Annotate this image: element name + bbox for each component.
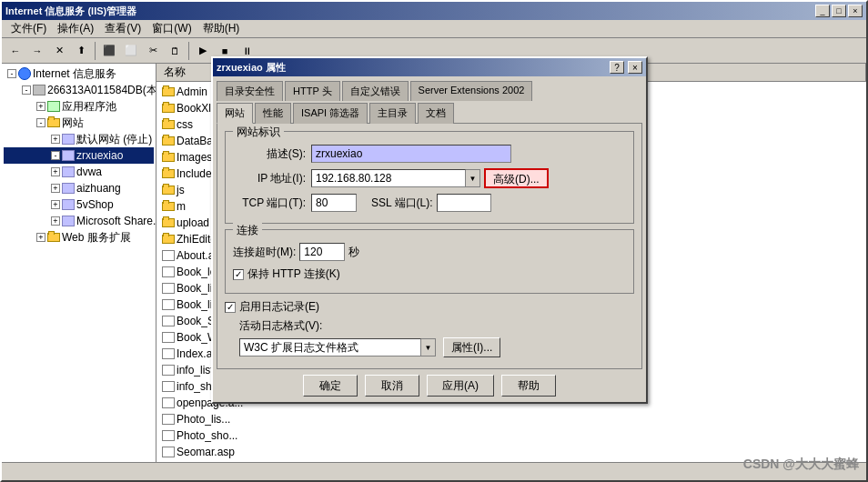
tree-label-webext: Web 服务扩展 [62,230,131,246]
main-window: Internet 信息服务 (IIS)管理器 _ □ × 文件(F) 操作(A)… [0,0,868,482]
help-button2[interactable]: 帮助 [501,375,556,397]
dialog-title-text: zrxuexiao 属性 [217,61,286,75]
timeout-label: 连接超时(M): [233,245,296,260]
expand-dvwa[interactable]: + [51,167,60,176]
tree-label-zrxuexiao: zrxuexiao [76,149,123,162]
tree-label-default-site: 默认网站 (停止) [76,132,152,147]
pool-icon [47,101,60,112]
file-icon-openpage [162,397,175,408]
minimize-button[interactable]: _ [815,5,830,17]
log-format-group: 活动日志格式(V): ▼ 属性(I)... [239,318,634,357]
ssl-input[interactable] [437,194,491,212]
tree-label-root: Internet 信息服务 [33,66,116,82]
expand-pool[interactable]: + [36,102,45,111]
menu-action[interactable]: 操作(A) [52,19,99,38]
toolbar-delete[interactable]: ✂ [143,41,163,61]
ok-button[interactable]: 确定 [303,375,358,397]
website-id-section: 网站标识 描述(S): IP 地址(I): ▼ 高级(D)... [225,131,634,224]
toolbar-sep-2 [188,42,189,60]
menu-window[interactable]: 窗口(W) [146,19,197,38]
tab-home-dir[interactable]: 主目录 [369,103,416,124]
tree-item-web-ext[interactable]: + Web 服务扩展 [4,229,154,246]
expand-5vshop[interactable]: + [51,200,60,209]
connection-section: 连接 连接超时(M): 秒 保持 HTTP 连接(K) [225,229,634,294]
expand-webext[interactable]: + [36,233,45,242]
ip-input[interactable] [311,169,466,187]
cancel-button[interactable]: 取消 [365,375,419,397]
toolbar-back[interactable]: ← [5,41,25,61]
timeout-input[interactable] [299,243,345,261]
close-button[interactable]: × [848,5,863,17]
folder-icon-bookxls [162,104,175,113]
tree-label-pool: 应用程序池 [62,99,116,115]
expand-sites[interactable]: - [36,118,45,127]
file-icon-photolist [162,414,175,425]
ip-dropdown-arrow[interactable]: ▼ [466,169,480,187]
menu-file[interactable]: 文件(F) [5,19,52,38]
tab-isapi[interactable]: ISAPI 筛选器 [293,103,368,124]
tab-directory-security[interactable]: 目录安全性 [217,81,283,101]
expand-aizhuang[interactable]: + [51,184,60,193]
log-enable-label: 启用日志记录(E) [239,299,319,315]
file-icon-bookwrite [162,332,175,343]
log-format-input[interactable] [239,338,421,356]
description-input[interactable] [311,145,511,163]
log-format-arrow[interactable]: ▼ [421,338,436,356]
tree-item-root[interactable]: - Internet 信息服务 [4,65,154,82]
log-enable-checkbox[interactable] [225,302,236,313]
tree-item-dvwa[interactable]: + dvwa [4,164,154,180]
toolbar-sep-1 [95,42,96,60]
window-title: Internet 信息服务 (IIS)管理器 [5,5,136,18]
apply-button[interactable]: 应用(A) [427,375,494,397]
toolbar-up[interactable]: ⬆ [71,41,91,61]
dialog-title-buttons: ? × [610,61,642,74]
maximize-button[interactable]: □ [832,5,846,17]
connection-label: 连接 [233,223,262,238]
5vshop-icon [62,199,75,210]
keep-alive-checkbox[interactable] [233,269,244,280]
title-bar: Internet 信息服务 (IIS)管理器 _ □ × [2,2,866,20]
tab-server-extensions[interactable]: Server Extensions 2002 [410,81,533,101]
aizhuang-icon [62,183,75,194]
tree-item-aizhuang[interactable]: + aizhuang [4,180,154,196]
tree-item-zrxuexiao[interactable]: - zrxuexiao [4,147,154,164]
description-group: 描述(S): [233,145,626,163]
tab-custom-errors[interactable]: 自定义错误 [342,81,409,101]
tab-docs[interactable]: 文档 [418,103,454,124]
expand-zrxuexiao[interactable]: - [51,151,60,160]
advanced-button[interactable]: 高级(D)... [484,168,549,188]
toolbar-stop[interactable]: ✕ [49,41,69,61]
tab-website[interactable]: 网站 [217,103,253,124]
tree-item-pool[interactable]: + 应用程序池 [4,98,154,115]
sites-folder-icon [47,118,60,127]
toolbar-copy[interactable]: ⬛ [99,41,119,61]
port-input[interactable] [311,194,357,212]
timeout-group: 连接超时(M): 秒 [233,243,626,261]
tree-item-5vshop[interactable]: + 5vShop [4,196,154,213]
port-label: TCP 端口(T): [233,196,306,211]
list-item[interactable]: Photo_sho... [158,427,864,444]
tree-label-sites: 网站 [62,115,84,131]
log-prop-button[interactable]: 属性(I)... [443,337,500,357]
tree-item-microsoft[interactable]: + Microsoft Share... [4,213,154,229]
toolbar-paste[interactable]: ⬜ [121,41,141,61]
expand-root[interactable]: - [7,69,16,78]
tab-http-headers[interactable]: HTTP 头 [285,81,340,101]
tree-item-sites[interactable]: - 网站 [4,115,154,131]
dialog-close-button[interactable]: × [628,61,642,74]
dialog-help-button[interactable]: ? [610,61,624,74]
toolbar-forward[interactable]: → [27,41,47,61]
tree-item-computer[interactable]: - 266313A011584DB(本地计算机) [4,82,154,98]
menu-help[interactable]: 帮助(H) [197,19,246,38]
list-item[interactable]: Photo_lis... [158,411,864,427]
toolbar-play[interactable]: ▶ [193,41,213,61]
tree-item-default-site[interactable]: + 默认网站 (停止) [4,131,154,147]
dialog-content: 网站标识 描述(S): IP 地址(I): ▼ 高级(D)... [217,123,642,369]
folder-icon-include [162,169,175,178]
expand-default[interactable]: + [51,135,60,144]
tab-performance[interactable]: 性能 [255,103,291,124]
expand-computer[interactable]: - [22,85,31,95]
toolbar-properties[interactable]: 🗒 [165,41,185,61]
menu-view[interactable]: 查看(V) [99,19,146,38]
expand-microsoft[interactable]: + [51,216,60,226]
